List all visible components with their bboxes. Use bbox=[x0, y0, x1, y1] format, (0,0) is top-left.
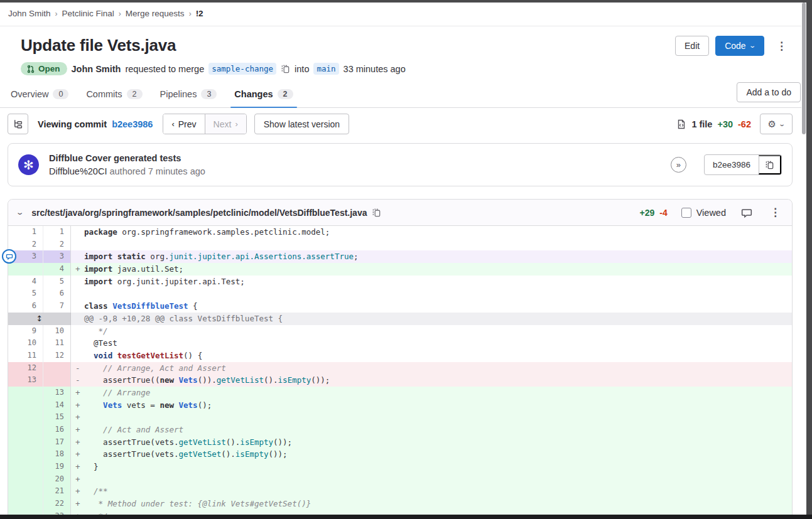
diff-marker: + bbox=[71, 461, 84, 473]
breadcrumb-item[interactable]: Merge requests bbox=[126, 9, 185, 18]
new-line-number[interactable]: 10 bbox=[43, 325, 71, 338]
old-line-number[interactable] bbox=[8, 498, 43, 510]
new-line-number[interactable] bbox=[43, 362, 71, 375]
old-line-number[interactable] bbox=[8, 436, 43, 449]
old-line-number[interactable]: 2 bbox=[8, 238, 43, 251]
code-line: + assertTrue(vets.getVetSet().isEmpty())… bbox=[71, 448, 792, 461]
copy-branch-icon[interactable] bbox=[281, 64, 290, 73]
mr-author[interactable]: John Smith bbox=[72, 64, 121, 74]
copy-sha-icon[interactable] bbox=[759, 155, 781, 174]
prev-next-group: ‹ Prev Next › bbox=[163, 114, 246, 134]
new-line-number[interactable]: 22 bbox=[43, 498, 71, 510]
old-line-number[interactable] bbox=[8, 424, 43, 436]
old-line-number[interactable]: 5 bbox=[8, 287, 43, 300]
old-line-number[interactable]: 6 bbox=[8, 300, 43, 313]
new-line-number[interactable]: 20 bbox=[43, 473, 71, 486]
old-line-number[interactable]: 1 bbox=[8, 226, 43, 238]
source-branch-label[interactable]: sample-change bbox=[208, 63, 276, 75]
scrollbar-thumb[interactable] bbox=[802, 3, 806, 134]
diff-line-row: 19+ } bbox=[8, 461, 792, 473]
old-line-number[interactable]: 11 bbox=[8, 350, 43, 362]
old-line-number[interactable]: 12 bbox=[8, 362, 43, 375]
old-line-number[interactable]: 4 bbox=[8, 276, 43, 288]
new-line-number[interactable]: 11 bbox=[43, 337, 71, 350]
browse-commit-chevrons-icon[interactable]: » bbox=[671, 157, 686, 173]
collapse-file-caret-icon[interactable]: ⌄ bbox=[16, 208, 24, 217]
old-line-number[interactable] bbox=[8, 411, 43, 424]
old-line-number[interactable] bbox=[8, 485, 43, 498]
new-line-number[interactable]: 15 bbox=[43, 411, 71, 424]
commit-author-avatar[interactable]: ✻ bbox=[18, 154, 39, 175]
tab-pipelines[interactable]: Pipelines3 bbox=[151, 80, 226, 107]
commit-title[interactable]: Diffblue Cover generated tests bbox=[49, 153, 661, 163]
show-latest-version-button[interactable]: Show latest version bbox=[254, 114, 349, 134]
new-line-number[interactable]: 7 bbox=[43, 300, 71, 313]
commit-author-name[interactable]: Diffblue%20CI bbox=[49, 166, 107, 176]
old-line-number[interactable] bbox=[8, 448, 43, 461]
new-line-number[interactable]: 12 bbox=[43, 350, 71, 362]
file-deletions: -4 bbox=[659, 208, 667, 218]
expand-lines-icon[interactable]: ↕ bbox=[8, 313, 71, 325]
code-line: + } bbox=[71, 461, 792, 473]
status-badge: Open bbox=[21, 62, 67, 75]
prev-commit-button[interactable]: ‹ Prev bbox=[163, 114, 204, 134]
code-line bbox=[71, 287, 792, 300]
diff-marker: + bbox=[71, 424, 84, 436]
new-line-number[interactable]: 14 bbox=[43, 399, 71, 412]
old-line-number[interactable]: 13 bbox=[8, 374, 43, 387]
new-line-number[interactable]: 3 bbox=[43, 250, 71, 263]
mr-tabs: Overview0Commits2Pipelines3Changes2 Add … bbox=[0, 80, 806, 108]
viewing-commit-sha-link[interactable]: b2ee3986 bbox=[112, 119, 153, 129]
code-line: +import java.util.Set; bbox=[71, 263, 792, 276]
new-line-number[interactable]: 17 bbox=[43, 436, 71, 449]
tab-label: Commits bbox=[86, 89, 122, 99]
code-button[interactable]: Code ⌄ bbox=[715, 36, 764, 56]
chevron-right-icon: › bbox=[235, 119, 237, 129]
new-line-number[interactable]: 5 bbox=[43, 276, 71, 288]
commit-sha-box: b2ee3986 bbox=[704, 154, 782, 175]
chevron-left-icon: ‹ bbox=[171, 119, 174, 129]
breadcrumb-item[interactable]: !2 bbox=[196, 9, 203, 18]
new-line-number[interactable]: 21 bbox=[43, 485, 71, 498]
old-line-number[interactable] bbox=[8, 473, 43, 486]
breadcrumb-item[interactable]: John Smith bbox=[8, 9, 51, 18]
add-todo-button[interactable]: Add a to do bbox=[737, 82, 801, 102]
new-line-number[interactable]: 16 bbox=[43, 424, 71, 436]
old-line-number[interactable] bbox=[8, 387, 43, 399]
new-line-number[interactable]: 6 bbox=[43, 287, 71, 300]
viewed-checkbox[interactable] bbox=[681, 208, 691, 218]
new-line-number[interactable]: 1 bbox=[43, 226, 71, 238]
new-line-number[interactable]: 13 bbox=[43, 387, 71, 399]
more-actions-kebab-icon[interactable]: ⋮ bbox=[771, 40, 793, 53]
new-line-number[interactable]: 18 bbox=[43, 448, 71, 461]
page-scrollbar[interactable] bbox=[801, 3, 806, 515]
old-line-number[interactable] bbox=[8, 399, 43, 412]
diff-line-row: 17+ assertTrue(vets.getVetList().isEmpty… bbox=[8, 436, 792, 449]
file-comment-icon[interactable] bbox=[741, 207, 752, 218]
new-line-number[interactable]: 4 bbox=[43, 263, 71, 276]
copy-file-path-icon[interactable] bbox=[372, 208, 381, 217]
code-line bbox=[71, 238, 792, 251]
file-options-kebab-icon[interactable]: ⋮ bbox=[767, 206, 783, 219]
new-line-number[interactable] bbox=[43, 374, 71, 387]
old-line-number[interactable]: 10 bbox=[8, 337, 43, 350]
file-path[interactable]: src/test/java/org/springframework/sample… bbox=[31, 208, 367, 218]
tab-label: Overview bbox=[11, 89, 48, 99]
target-branch-label[interactable]: main bbox=[313, 63, 338, 75]
tab-commits[interactable]: Commits2 bbox=[77, 80, 151, 107]
tab-count-badge: 3 bbox=[201, 89, 217, 99]
diff-settings-button[interactable]: ⚙ ⌄ bbox=[760, 114, 793, 134]
tab-overview[interactable]: Overview0 bbox=[2, 80, 77, 107]
old-line-number[interactable] bbox=[8, 263, 43, 276]
next-commit-button[interactable]: Next › bbox=[205, 114, 246, 134]
new-line-number[interactable]: 2 bbox=[43, 238, 71, 251]
diff-line-row: 18+ assertTrue(vets.getVetSet().isEmpty(… bbox=[8, 448, 792, 461]
old-line-number[interactable]: 9 bbox=[8, 325, 43, 338]
deletions-count: -62 bbox=[738, 119, 751, 129]
edit-button[interactable]: Edit bbox=[675, 36, 709, 56]
file-tree-toggle-icon[interactable] bbox=[8, 114, 28, 134]
new-line-number[interactable]: 19 bbox=[43, 461, 71, 473]
breadcrumb-item[interactable]: Petclinic Final bbox=[62, 9, 114, 18]
tab-changes[interactable]: Changes2 bbox=[225, 80, 301, 107]
old-line-number[interactable] bbox=[8, 461, 43, 473]
